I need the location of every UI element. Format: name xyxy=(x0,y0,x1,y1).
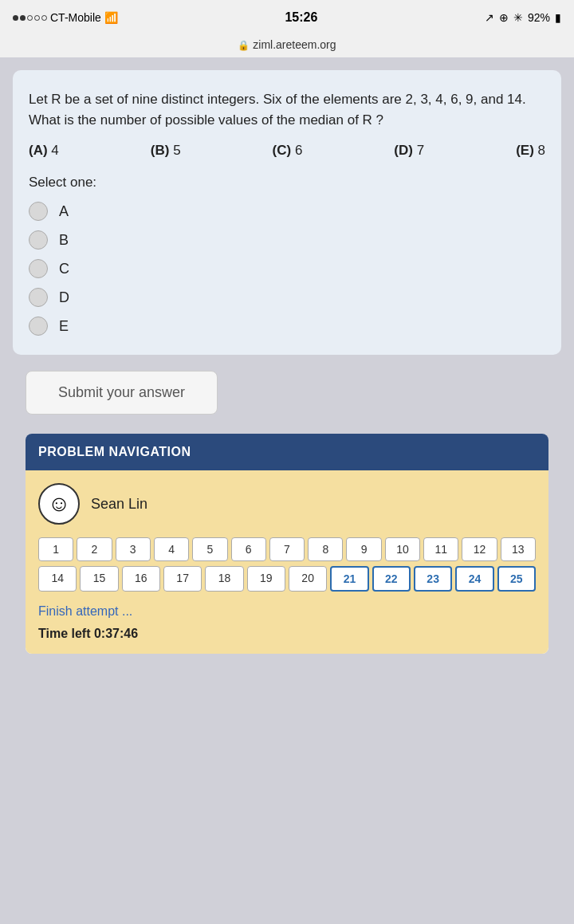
battery-label: 92% xyxy=(528,11,550,24)
problem-5[interactable]: 5 xyxy=(192,537,227,561)
choice-c-letter: (C) xyxy=(273,143,292,158)
battery-icon: ▮ xyxy=(555,11,561,24)
question-text: Let R be a set of nine distinct integers… xyxy=(29,89,545,130)
status-right: ↗ ⊕ ✳ 92% ▮ xyxy=(485,11,561,24)
submit-button[interactable]: Submit your answer xyxy=(26,371,218,415)
choice-e-letter: (E) xyxy=(516,143,534,158)
radio-b[interactable] xyxy=(29,230,48,250)
dot4 xyxy=(34,15,40,21)
radio-e[interactable] xyxy=(29,317,48,336)
option-a[interactable]: A xyxy=(29,202,545,221)
choice-e: (E) 8 xyxy=(516,143,545,159)
carrier-label: CT-Mobile xyxy=(50,11,101,24)
problem-9[interactable]: 9 xyxy=(346,537,381,561)
option-a-label: A xyxy=(59,203,69,220)
problem-12[interactable]: 12 xyxy=(462,537,497,561)
avatar-icon: ☺ xyxy=(48,491,71,517)
option-c[interactable]: C xyxy=(29,259,545,278)
problem-2[interactable]: 2 xyxy=(77,537,112,561)
problem-20[interactable]: 20 xyxy=(289,566,327,592)
choice-d-letter: (D) xyxy=(394,143,413,158)
choice-c: (C) 6 xyxy=(273,143,303,159)
option-e[interactable]: E xyxy=(29,317,545,336)
signal-dots xyxy=(13,15,47,21)
username: Sean Lin xyxy=(91,496,147,513)
choice-d: (D) 7 xyxy=(394,143,424,159)
choice-b-letter: (B) xyxy=(151,143,170,158)
problem-11[interactable]: 11 xyxy=(423,537,458,561)
problem-21[interactable]: 21 xyxy=(330,566,368,592)
lock-icon: 🔒 xyxy=(238,40,250,51)
problem-25[interactable]: 25 xyxy=(497,566,536,592)
time-display: 15:26 xyxy=(285,10,317,25)
option-c-label: C xyxy=(59,261,69,277)
problem-14[interactable]: 14 xyxy=(38,566,77,592)
problem-24[interactable]: 24 xyxy=(455,566,493,592)
choice-a-letter: (A) xyxy=(29,143,48,158)
problem-grid-row1: 1 2 3 4 5 6 7 8 9 10 11 12 13 xyxy=(38,537,536,561)
problem-10[interactable]: 10 xyxy=(385,537,420,561)
problem-17[interactable]: 17 xyxy=(163,566,202,592)
dot3 xyxy=(27,15,33,21)
bluetooth-icon: ✳ xyxy=(513,11,523,24)
problem-18[interactable]: 18 xyxy=(205,566,243,592)
option-d[interactable]: D xyxy=(29,288,545,307)
choice-e-value: 8 xyxy=(538,143,545,158)
dot5 xyxy=(41,15,47,21)
choices-row: (A) 4 (B) 5 (C) 6 (D) 7 (E) 8 xyxy=(29,143,545,159)
option-b-label: B xyxy=(59,232,69,249)
radio-c[interactable] xyxy=(29,259,48,278)
option-e-label: E xyxy=(59,318,69,335)
problem-3[interactable]: 3 xyxy=(116,537,151,561)
avatar: ☺ xyxy=(38,483,80,525)
finish-attempt-link[interactable]: Finish attempt ... xyxy=(38,604,536,619)
problem-15[interactable]: 15 xyxy=(80,566,118,592)
nav-header: PROBLEM NAVIGATION xyxy=(26,434,548,470)
nav-arrow-icon: ↗ xyxy=(485,11,494,24)
select-label: Select one: xyxy=(29,175,545,191)
dot2 xyxy=(20,15,26,21)
radio-d[interactable] xyxy=(29,288,48,307)
choice-b: (B) 5 xyxy=(151,143,181,159)
url-display: ziml.areteem.org xyxy=(253,38,336,51)
problem-13[interactable]: 13 xyxy=(501,537,536,561)
dot1 xyxy=(13,15,18,21)
problem-4[interactable]: 4 xyxy=(154,537,189,561)
option-d-label: D xyxy=(59,289,69,306)
option-b[interactable]: B xyxy=(29,230,545,250)
time-left-value: 0:37:46 xyxy=(94,627,138,640)
problem-grid-row2: 14 15 16 17 18 19 20 21 22 23 24 25 xyxy=(38,566,536,592)
location-icon: ⊕ xyxy=(499,11,509,24)
problem-23[interactable]: 23 xyxy=(414,566,452,592)
choice-b-value: 5 xyxy=(173,143,180,158)
problem-8[interactable]: 8 xyxy=(308,537,343,561)
radio-options: A B C D E xyxy=(29,202,545,336)
choice-d-value: 7 xyxy=(417,143,424,158)
question-card: Let R be a set of nine distinct integers… xyxy=(13,70,561,355)
problem-16[interactable]: 16 xyxy=(122,566,160,592)
question-body: Let R be a set of nine distinct integers… xyxy=(29,92,526,128)
problem-22[interactable]: 22 xyxy=(372,566,411,592)
choice-a: (A) 4 xyxy=(29,143,59,159)
problem-navigation: PROBLEM NAVIGATION ☺ Sean Lin 1 2 3 4 5 … xyxy=(26,434,548,654)
nav-body: ☺ Sean Lin 1 2 3 4 5 6 7 8 9 10 11 12 13 xyxy=(26,470,548,654)
choice-a-value: 4 xyxy=(51,143,58,158)
main-content: Let R be a set of nine distinct integers… xyxy=(0,57,574,679)
problem-19[interactable]: 19 xyxy=(247,566,285,592)
status-bar: CT-Mobile 📶 15:26 ↗ ⊕ ✳ 92% ▮ xyxy=(0,0,574,35)
radio-a[interactable] xyxy=(29,202,48,221)
time-left: Time left 0:37:46 xyxy=(38,627,536,641)
problem-1[interactable]: 1 xyxy=(38,537,73,561)
problem-6[interactable]: 6 xyxy=(231,537,266,561)
user-row: ☺ Sean Lin xyxy=(38,483,536,525)
status-left: CT-Mobile 📶 xyxy=(13,11,118,24)
problem-7[interactable]: 7 xyxy=(269,537,305,561)
choice-c-value: 6 xyxy=(295,143,302,158)
time-left-label: Time left xyxy=(38,627,94,640)
address-bar: 🔒 ziml.areteem.org xyxy=(0,35,574,57)
wifi-icon: 📶 xyxy=(104,11,118,24)
